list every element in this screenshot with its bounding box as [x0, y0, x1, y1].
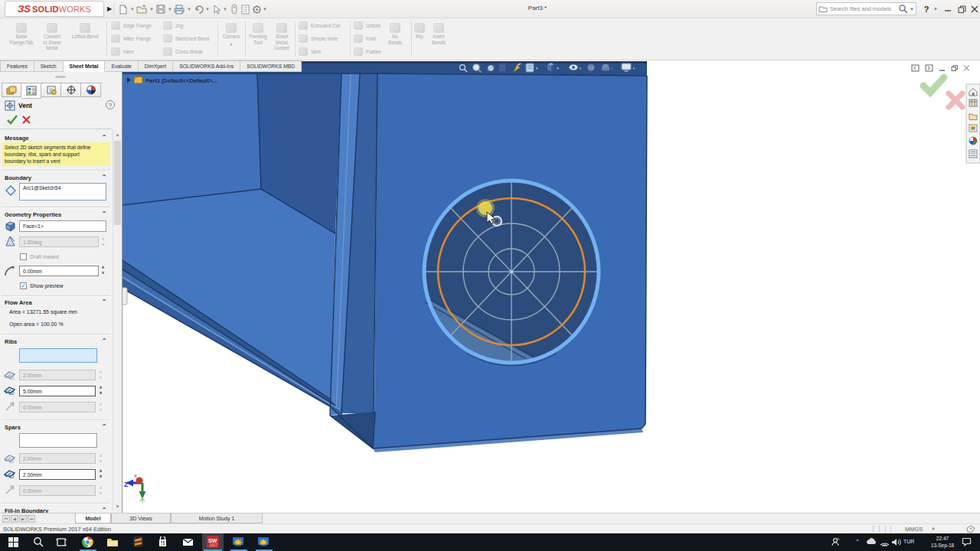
extruded-cut-button[interactable]: Extruded Cut [299, 21, 340, 30]
pm-ok-button[interactable] [6, 114, 18, 125]
feature-tree-overlay[interactable]: Part3 (Default<<Default>... [127, 77, 217, 84]
hem-button[interactable]: Hem [111, 47, 134, 56]
ribs-width-input[interactable]: 5.00mm [19, 386, 96, 396]
options-dropdown-icon[interactable]: ▼ [263, 7, 267, 11]
unit-dropdown-icon[interactable]: ▲ [931, 526, 936, 530]
forming-tool-button[interactable]: FormingTool [245, 23, 271, 45]
miter-flange-button[interactable]: Miter Flange [111, 34, 151, 43]
print-dropdown-icon[interactable]: ▼ [187, 7, 191, 11]
flow-area-collapse-icon[interactable]: ⌃ [100, 299, 108, 305]
people-icon[interactable]: ᴿ [827, 534, 845, 549]
search-dropdown-icon[interactable]: ▼ [910, 7, 914, 11]
media-app-icon[interactable] [229, 534, 247, 549]
previous-view-icon[interactable] [488, 65, 494, 70]
task-view-icon[interactable] [52, 534, 70, 549]
ribs-depth-input[interactable]: 2.00mm [19, 370, 96, 380]
vent-button[interactable]: Vent [299, 47, 321, 56]
panel-splitter-dot[interactable] [55, 76, 66, 78]
featuremanager-tab[interactable] [2, 83, 21, 97]
file-explorer-icon[interactable] [103, 534, 122, 549]
ribs-section-header[interactable]: Ribs [5, 338, 17, 345]
pm-scrollbar[interactable]: ▲ ▼ [113, 130, 122, 511]
no-bends-button[interactable]: NoBends [383, 23, 407, 45]
spars-width-input[interactable]: 2.00mm [19, 469, 96, 480]
undo-icon[interactable] [192, 3, 204, 15]
ribs-offset-spinner[interactable]: ∧∨ [97, 402, 104, 412]
tab-nav-first-icon[interactable]: ⏮ [2, 515, 10, 523]
taskpane-view-palette-icon[interactable] [969, 125, 977, 132]
close-button[interactable] [969, 3, 980, 15]
spars-depth-input[interactable]: 2.00mm [19, 453, 96, 464]
edge-flange-button[interactable]: Edge Flange [111, 21, 152, 30]
taskpane-custom-properties-icon[interactable] [969, 150, 977, 158]
unit-system[interactable]: MMGS [905, 526, 923, 533]
tab-evaluate[interactable]: Evaluate [105, 60, 138, 72]
face-input[interactable]: Face<1> [19, 220, 106, 232]
new-dropdown-icon[interactable]: ▼ [130, 7, 135, 11]
rip-button[interactable]: Rip [410, 23, 429, 40]
tab-solidworks-add-ins[interactable]: SOLIDWORKS Add-Ins [173, 60, 240, 72]
taskbar-search-icon[interactable] [29, 534, 47, 549]
print-icon[interactable] [173, 3, 185, 15]
open-dropdown-icon[interactable]: ▼ [149, 7, 154, 11]
save-icon[interactable] [155, 3, 167, 15]
geometry-collapse-icon[interactable]: ⌃ [100, 211, 108, 217]
dimxpertmanager-tab[interactable] [61, 83, 81, 97]
tab-dimxpert[interactable]: DimXpert [139, 60, 173, 72]
tab-sketch[interactable]: Sketch [34, 60, 64, 72]
tab-nav-prev-icon[interactable]: ◀ [11, 515, 18, 523]
select-dropdown-icon[interactable]: ▼ [223, 7, 227, 11]
select-icon[interactable] [211, 3, 223, 15]
undo-dropdown-icon[interactable]: ▼ [205, 7, 210, 11]
boundary-section-header[interactable]: Boundary [5, 174, 31, 181]
pm-help-icon[interactable]: ? [106, 100, 115, 109]
pane-left-icon[interactable] [912, 65, 919, 71]
tab-solidworks-mbd[interactable]: SOLIDWORKS MBD [240, 60, 302, 72]
spars-offset-input[interactable]: 0.00mm [19, 485, 96, 496]
file-properties-icon[interactable] [239, 3, 251, 15]
clock[interactable]: 22:47 13-Sep-18 [925, 535, 960, 549]
geometry-section-header[interactable]: Geometry Properties [5, 211, 61, 218]
message-collapse-icon[interactable]: ⌃ [100, 135, 108, 141]
mail-icon[interactable] [178, 534, 197, 549]
search-magnifier-icon[interactable] [898, 4, 908, 14]
pane-right-icon[interactable] [926, 65, 933, 71]
configurationmanager-tab[interactable] [41, 83, 61, 97]
volume-icon[interactable] [887, 534, 905, 549]
ribs-width-spinner[interactable]: ∧∨ [97, 385, 104, 396]
sheet-metal-gusset-button[interactable]: SheetMetalGusset [270, 23, 294, 51]
ms-store-icon[interactable] [153, 534, 172, 549]
tab-motion-study[interactable]: Motion Study 1 [171, 514, 263, 523]
flatten-button[interactable]: Flatten [354, 47, 381, 56]
spars-offset-spinner[interactable]: ∧∨ [97, 485, 104, 496]
chrome-icon[interactable] [78, 534, 96, 549]
help-button[interactable]: ? [920, 3, 933, 15]
spars-depth-spinner[interactable]: ∧∨ [97, 453, 104, 464]
new-document-icon[interactable] [117, 3, 129, 15]
menu-flyout-arrow-icon[interactable]: ▶ [107, 5, 112, 12]
flow-area-section-header[interactable]: Flow Area [5, 299, 32, 306]
spars-selection-box[interactable] [19, 433, 97, 448]
ribs-collapse-icon[interactable]: ⌃ [100, 338, 108, 344]
lofted-bend-button[interactable]: Lofted-Bend [66, 23, 104, 40]
ribs-depth-spinner[interactable]: ∧∨ [97, 370, 104, 380]
ribs-selection-box[interactable] [19, 348, 97, 363]
graphics-viewport[interactable]: Part3 (Default<<Default>... [122, 60, 980, 513]
displaymanager-tab[interactable] [81, 83, 101, 97]
corners-button[interactable]: Corners ▼ [218, 23, 244, 47]
minimize-button[interactable] [942, 3, 954, 15]
boundary-collapse-icon[interactable]: ⌃ [100, 174, 108, 181]
tab-features[interactable]: Features [0, 60, 34, 72]
tab-nav-last-icon[interactable]: ⏭ [28, 515, 35, 523]
radius-spinner[interactable]: ∧∨ [100, 265, 106, 276]
tab-sheet-metal[interactable]: Sheet Metal [64, 60, 106, 72]
open-document-icon[interactable] [136, 3, 148, 15]
panel-splitter-grip[interactable] [122, 288, 127, 305]
draft-angle-input[interactable]: 1.00deg [19, 236, 99, 247]
draft-inward-checkbox[interactable] [20, 253, 27, 260]
pm-scroll-thumb[interactable] [114, 141, 121, 225]
taskpane-design-library-icon[interactable] [969, 99, 977, 106]
sketched-bend-button[interactable]: Sketched Bend [163, 34, 209, 43]
vent-sketch[interactable] [424, 181, 599, 365]
language-indicator[interactable]: TUR [903, 539, 914, 544]
